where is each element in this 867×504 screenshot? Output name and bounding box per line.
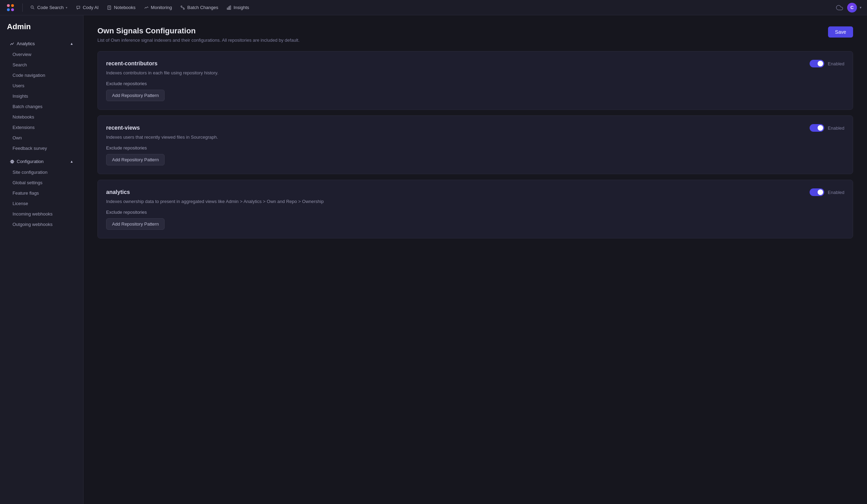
toggle-label: Enabled [828, 61, 844, 66]
sidebar-item-insights[interactable]: Insights [3, 91, 80, 101]
nav-notebooks[interactable]: Notebooks [103, 3, 139, 11]
sidebar-item-code-navigation[interactable]: Code navigation [3, 70, 80, 80]
topnav-right: C ▾ [835, 3, 861, 13]
cloud-icon[interactable] [835, 3, 844, 13]
svg-line-5 [33, 8, 34, 9]
signal-toggle-recent-contributors[interactable] [810, 60, 824, 67]
sidebar-item-notebooks[interactable]: Notebooks [3, 112, 80, 122]
sidebar-page-title: Admin [0, 22, 83, 38]
sidebar-item-feature-flags[interactable]: Feature flags [3, 188, 80, 198]
sidebar-item-license[interactable]: License [3, 198, 80, 209]
signal-description: Indexes ownership data to present in agg… [106, 199, 844, 204]
page-title: Own Signals Configuration [97, 26, 300, 35]
page-description: List of Own inference signal indexers an… [97, 38, 300, 43]
nav-monitoring[interactable]: Monitoring [141, 3, 176, 11]
sidebar-item-global-settings[interactable]: Global settings [3, 178, 80, 188]
main-content: Own Signals Configuration List of Own in… [83, 15, 867, 504]
toggle-label: Enabled [828, 125, 844, 131]
svg-rect-11 [227, 8, 228, 9]
signal-header: analytics Enabled [106, 188, 844, 196]
svg-point-10 [183, 8, 185, 9]
sidebar-item-incoming-webhooks[interactable]: Incoming webhooks [3, 209, 80, 219]
analytics-subitems: Overview Search Code navigation Users In… [0, 49, 83, 153]
add-repo-pattern-btn-0[interactable]: Add Repository Pattern [106, 90, 165, 101]
signal-description: Indexes contributors in each file using … [106, 70, 844, 75]
svg-point-0 [7, 4, 10, 7]
exclude-label: Exclude repositories [106, 145, 844, 151]
svg-point-9 [181, 6, 182, 7]
signal-toggle-analytics[interactable] [810, 188, 824, 196]
signal-description: Indexes users that recently viewed files… [106, 135, 844, 140]
exclude-label: Exclude repositories [106, 210, 844, 215]
signal-header: recent-contributors Enabled [106, 60, 844, 67]
page-title-block: Own Signals Configuration List of Own in… [97, 26, 300, 43]
page-header: Own Signals Configuration List of Own in… [97, 26, 853, 43]
save-button[interactable]: Save [828, 26, 853, 38]
svg-point-4 [31, 6, 33, 8]
nav-code-search[interactable]: Code Search ▾ [27, 3, 71, 11]
sidebar-item-site-config[interactable]: Site configuration [3, 167, 80, 177]
signal-card-recent-contributors: recent-contributors Enabled Indexes cont… [97, 51, 853, 110]
user-menu-chevron[interactable]: ▾ [860, 6, 861, 9]
svg-point-14 [11, 161, 13, 162]
signal-card-recent-views: recent-views Enabled Indexes users that … [97, 115, 853, 174]
topnav: Code Search ▾ Cody AI Notebooks Monitori… [0, 0, 867, 15]
signal-toggle-recent-views[interactable] [810, 124, 824, 132]
sidebar-item-batch-changes[interactable]: Batch changes [3, 101, 80, 112]
sidebar-item-extensions[interactable]: Extensions [3, 122, 80, 132]
svg-point-2 [7, 8, 10, 11]
sidebar: Admin Analytics ▲ Overview Search Code n… [0, 15, 83, 504]
analytics-chevron: ▲ [70, 42, 73, 46]
signal-header: recent-views Enabled [106, 124, 844, 132]
svg-point-1 [11, 4, 14, 7]
sidebar-item-overview[interactable]: Overview [3, 49, 80, 59]
signal-name: recent-contributors [106, 60, 158, 67]
app-logo[interactable] [6, 3, 15, 13]
sidebar-section-analytics[interactable]: Analytics ▲ [3, 38, 80, 49]
nav-insights[interactable]: Insights [223, 3, 253, 11]
svg-rect-13 [230, 6, 231, 9]
svg-rect-12 [229, 7, 230, 9]
sidebar-section-configuration[interactable]: Configuration ▲ [3, 156, 80, 167]
dropdown-chevron: ▾ [66, 6, 67, 9]
sidebar-item-outgoing-webhooks[interactable]: Outgoing webhooks [3, 219, 80, 229]
toggle-label: Enabled [828, 190, 844, 195]
nav-divider [22, 3, 23, 12]
sidebar-item-feedback[interactable]: Feedback survey [3, 143, 80, 153]
svg-point-3 [11, 8, 14, 11]
signal-card-analytics: analytics Enabled Indexes ownership data… [97, 180, 853, 238]
app-layout: Admin Analytics ▲ Overview Search Code n… [0, 15, 867, 504]
add-repo-pattern-btn-1[interactable]: Add Repository Pattern [106, 154, 165, 165]
signal-name: recent-views [106, 125, 140, 131]
configuration-chevron: ▲ [70, 160, 73, 163]
exclude-label: Exclude repositories [106, 81, 844, 86]
user-avatar[interactable]: C [847, 3, 857, 13]
configuration-subitems: Site configuration Global settings Featu… [0, 167, 83, 229]
sidebar-item-own[interactable]: Own [3, 133, 80, 143]
svg-rect-6 [108, 6, 111, 9]
sidebar-item-users[interactable]: Users [3, 81, 80, 91]
signal-name: analytics [106, 189, 130, 195]
nav-batch-changes[interactable]: Batch Changes [177, 3, 222, 11]
add-repo-pattern-btn-2[interactable]: Add Repository Pattern [106, 218, 165, 230]
nav-cody-ai[interactable]: Cody AI [72, 3, 102, 11]
sidebar-item-search[interactable]: Search [3, 60, 80, 70]
